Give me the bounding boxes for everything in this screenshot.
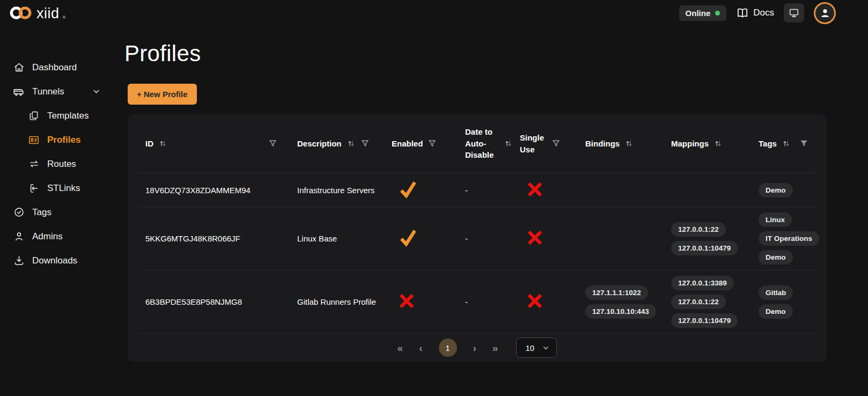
- sidebar-item-stlinks[interactable]: STLinks: [0, 176, 113, 200]
- docs-link[interactable]: Docs: [736, 6, 774, 19]
- sort-icon[interactable]: [713, 139, 723, 148]
- xiid-logo: xiid ®: [9, 5, 65, 21]
- cell-mappings: 127.0.0.1:22127.0.0.1:10479: [664, 222, 752, 255]
- cell-tags: LinuxIT OperationsDemo: [752, 212, 819, 265]
- column-header-single-use[interactable]: Single Use: [513, 132, 578, 156]
- cell-enabled: [385, 180, 458, 201]
- sort-icon[interactable]: [504, 139, 513, 148]
- tag-pill: Demo: [759, 250, 793, 265]
- page-size-select[interactable]: 10: [516, 338, 557, 358]
- current-page-button[interactable]: 1: [439, 339, 457, 357]
- cell-date-to-auto-disable: -: [458, 297, 513, 306]
- sidebar-item-label: Templates: [47, 111, 89, 121]
- sidebar-item-dashboard[interactable]: Dashboard: [0, 55, 113, 79]
- next-page-button[interactable]: ›: [473, 343, 476, 353]
- registered-mark: ®: [63, 15, 66, 21]
- filter-icon-active[interactable]: [799, 139, 808, 148]
- sidebar-item-downloads[interactable]: Downloads: [0, 248, 113, 273]
- sidebar-item-routes[interactable]: Routes: [0, 152, 113, 176]
- first-page-button[interactable]: «: [398, 343, 403, 353]
- filter-icon[interactable]: [268, 139, 277, 148]
- sort-icon[interactable]: [347, 139, 356, 148]
- table-row[interactable]: 6B3BPDE53E8P58NJMG8 Gitlab Runners Profi…: [138, 270, 816, 334]
- monitor-button[interactable]: [784, 3, 804, 23]
- column-label: Mappings: [671, 138, 709, 150]
- mapping-pill: 127.0.0.1:22: [671, 222, 726, 237]
- last-page-button[interactable]: »: [492, 343, 498, 353]
- cell-tags: Demo: [752, 183, 816, 197]
- main-content: Profiles + New Profile ID Description En…: [113, 26, 868, 362]
- book-icon: [736, 6, 749, 19]
- sidebar-item-templates[interactable]: Templates: [0, 104, 113, 128]
- cell-id: 18V6DZQ73X8ZDAMMEM94: [138, 186, 290, 195]
- tunnel-icon: [13, 86, 25, 98]
- cell-description: Gitlab Runners Profile: [290, 297, 385, 306]
- cell-single-use: [513, 181, 578, 200]
- logo-text: xiid: [36, 6, 60, 21]
- chevron-down-icon[interactable]: [92, 87, 101, 96]
- column-header-tags[interactable]: Tags: [752, 138, 816, 150]
- sidebar-item-tags[interactable]: Tags: [0, 200, 113, 224]
- person-icon: [819, 7, 831, 19]
- cell-enabled: [385, 228, 458, 249]
- column-header-id[interactable]: ID: [138, 138, 290, 150]
- tag-pill: IT Operations: [759, 231, 819, 246]
- table-row[interactable]: 5KKG6MTGJ48K8R066JF Linux Base - 127.0.0…: [138, 207, 816, 270]
- downloads-icon: [13, 255, 25, 266]
- tag-pill: Demo: [759, 183, 793, 197]
- sidebar-item-label: Routes: [47, 159, 76, 170]
- sidebar-item-label: Dashboard: [32, 62, 77, 73]
- routes-icon: [28, 158, 40, 170]
- new-profile-button[interactable]: + New Profile: [128, 84, 197, 105]
- cell-mappings: 127.0.0.1:3389127.0.0.1:22127.0.0.1:1047…: [664, 276, 752, 328]
- check-icon: [398, 228, 417, 247]
- sort-icon[interactable]: [782, 139, 791, 148]
- online-label: Online: [686, 9, 711, 18]
- sidebar-item-label: STLinks: [47, 183, 80, 194]
- table-row[interactable]: 18V6DZQ73X8ZDAMMEM94 Infrastructure Serv…: [138, 173, 816, 207]
- binding-pill: 127.1.1.1:1022: [585, 285, 648, 300]
- column-label: ID: [145, 138, 153, 150]
- mapping-pill: 127.0.0.1:3389: [671, 276, 734, 290]
- tag-pill: Gitlab: [759, 285, 793, 300]
- mapping-pill: 127.0.0.1:22: [671, 295, 726, 309]
- column-label: Enabled: [392, 138, 423, 150]
- profiles-table: ID Description Enabled Date to Auto-Disa…: [128, 114, 827, 362]
- sidebar-item-label: Admins: [32, 231, 63, 242]
- column-label: Tags: [759, 138, 777, 150]
- column-label: Single Use: [520, 132, 547, 156]
- column-label: Bindings: [585, 138, 620, 150]
- tags-icon: [13, 207, 25, 218]
- column-header-bindings[interactable]: Bindings: [578, 138, 664, 150]
- prev-page-button[interactable]: ‹: [419, 343, 422, 353]
- online-status-badge: Online: [679, 5, 727, 21]
- column-header-date-to-auto-disable[interactable]: Date to Auto-Disable: [458, 126, 513, 161]
- filter-icon[interactable]: [428, 139, 437, 148]
- sidebar-item-admins[interactable]: Admins: [0, 224, 113, 248]
- cell-date-to-auto-disable: -: [458, 186, 513, 195]
- sidebar-item-tunnels[interactable]: Tunnels: [0, 79, 113, 104]
- sort-icon[interactable]: [624, 139, 634, 148]
- sidebar-item-profiles[interactable]: Profiles: [0, 128, 113, 152]
- binding-pill: 127.10.10.10:443: [585, 304, 656, 319]
- pagination: « ‹ 1 › » 10: [138, 334, 816, 362]
- x-icon: [526, 292, 543, 310]
- column-label: Date to Auto-Disable: [465, 126, 499, 161]
- admins-icon: [13, 231, 25, 242]
- page-size-value: 10: [525, 343, 534, 353]
- cell-id: 6B3BPDE53E8P58NJMG8: [138, 297, 290, 306]
- sidebar-item-label: Downloads: [32, 255, 77, 266]
- sidebar: Dashboard Tunnels Templates Profiles Rou…: [0, 26, 113, 396]
- filter-icon[interactable]: [551, 139, 561, 148]
- filter-icon[interactable]: [361, 139, 370, 148]
- user-avatar[interactable]: [814, 2, 836, 24]
- monitor-icon: [788, 7, 800, 19]
- column-header-enabled[interactable]: Enabled: [385, 138, 458, 150]
- column-header-mappings[interactable]: Mappings: [664, 138, 752, 150]
- table-header-row: ID Description Enabled Date to Auto-Disa…: [138, 114, 816, 173]
- sort-icon[interactable]: [158, 139, 167, 148]
- cell-single-use: [513, 292, 578, 311]
- stlinks-icon: [28, 183, 40, 194]
- tag-pill: Demo: [759, 304, 793, 319]
- column-header-description[interactable]: Description: [290, 138, 385, 150]
